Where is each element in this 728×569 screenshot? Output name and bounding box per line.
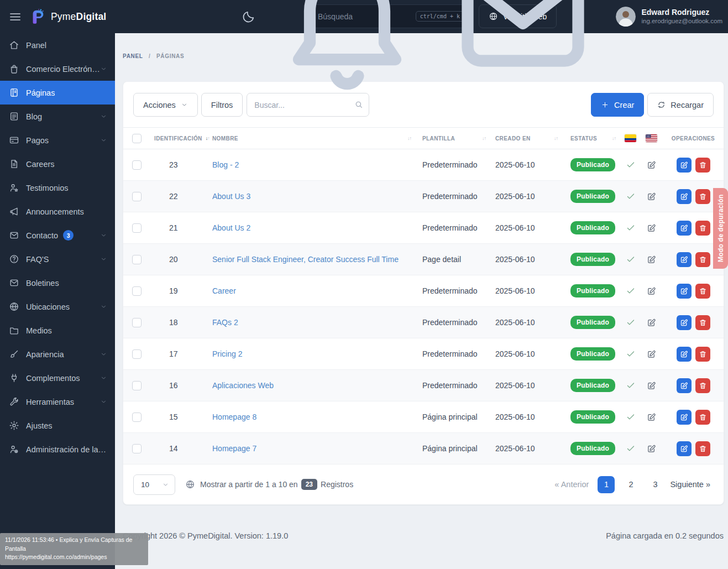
page-name-link[interactable]: Homepage 8 bbox=[212, 413, 256, 421]
sidebar-item-panel[interactable]: Panel bbox=[0, 33, 115, 57]
select-all-checkbox[interactable] bbox=[132, 134, 142, 143]
edit-button[interactable] bbox=[677, 378, 692, 393]
blog-icon bbox=[9, 111, 19, 122]
page-name-link[interactable]: Career bbox=[212, 286, 236, 295]
breadcrumb-panel-link[interactable]: Panel bbox=[123, 53, 143, 59]
row-checkbox[interactable] bbox=[132, 160, 142, 170]
header-plantilla[interactable]: Plantilla↓↑ bbox=[417, 135, 491, 142]
sidebar-item-testimonios[interactable]: Testimonios bbox=[0, 176, 115, 200]
header-nombre[interactable]: Nombre↓↑ bbox=[212, 135, 417, 142]
delete-button[interactable] bbox=[695, 410, 710, 425]
pagination-prev[interactable]: « Anterior bbox=[551, 476, 592, 493]
edit-button[interactable] bbox=[677, 315, 692, 330]
page-name-link[interactable]: About Us 3 bbox=[212, 192, 250, 201]
translate-edit-icon[interactable] bbox=[647, 381, 656, 390]
row-checkbox[interactable] bbox=[132, 349, 142, 359]
sidebar-item-contacto[interactable]: Contacto 3 bbox=[0, 223, 115, 247]
header-creado-en[interactable]: Creado en↓↑ bbox=[491, 135, 563, 142]
translate-edit-icon[interactable] bbox=[647, 444, 656, 453]
reload-button[interactable]: Recargar bbox=[647, 93, 714, 117]
menu-icon[interactable] bbox=[9, 11, 22, 23]
edit-button[interactable] bbox=[677, 284, 692, 299]
row-checkbox[interactable] bbox=[132, 286, 142, 296]
filters-button[interactable]: Filtros bbox=[201, 93, 243, 117]
row-checkbox[interactable] bbox=[132, 444, 142, 453]
per-page-select[interactable]: 10 bbox=[133, 474, 175, 495]
edit-button[interactable] bbox=[677, 410, 692, 425]
page-name-link[interactable]: Senior Full Stack Engineer, Creator Succ… bbox=[212, 255, 399, 264]
sidebar-item-boletines[interactable]: Boletines bbox=[0, 271, 115, 295]
pagination-page-2[interactable]: 2 bbox=[622, 476, 639, 493]
row-checkbox[interactable] bbox=[132, 255, 142, 264]
edit-button[interactable] bbox=[677, 441, 692, 456]
mail-icon bbox=[9, 230, 19, 241]
sidebar-item-announcements[interactable]: Announcements bbox=[0, 200, 115, 223]
row-checkbox[interactable] bbox=[132, 318, 142, 327]
translate-edit-icon[interactable] bbox=[647, 160, 656, 170]
header-identificacion[interactable]: Identificación↓↑ bbox=[150, 135, 212, 142]
table-row: 15 Homepage 8 Página principal 2025-06-1… bbox=[123, 401, 724, 433]
edit-button[interactable] bbox=[677, 158, 692, 173]
page-name-link[interactable]: FAQs 2 bbox=[212, 318, 238, 327]
brand-logo[interactable]: PymeDigital bbox=[30, 8, 106, 25]
sidebar-item-ajustes[interactable]: Ajustes bbox=[0, 414, 115, 437]
sidebar-item-herramientas[interactable]: Herramientas bbox=[0, 390, 115, 414]
user-menu[interactable]: Edward Rodriguez ing.erodriguez@outlook.… bbox=[641, 8, 724, 25]
page-name-link[interactable]: Homepage 7 bbox=[212, 444, 256, 453]
pagination-next[interactable]: Siguiente » bbox=[667, 476, 714, 493]
row-checkbox[interactable] bbox=[132, 413, 142, 422]
delete-button[interactable] bbox=[695, 315, 710, 330]
edit-button[interactable] bbox=[677, 221, 692, 236]
row-id: 18 bbox=[150, 318, 212, 327]
page-name-link[interactable]: About Us 2 bbox=[212, 223, 250, 232]
sidebar-item-complementos[interactable]: Complementos bbox=[0, 366, 115, 390]
header-estatus[interactable]: Estatus↓↑ bbox=[563, 135, 621, 142]
edit-button[interactable] bbox=[677, 189, 692, 204]
translate-edit-icon[interactable] bbox=[647, 286, 656, 296]
edit-button[interactable] bbox=[677, 347, 692, 362]
row-checkbox[interactable] bbox=[132, 192, 142, 201]
page-name-link[interactable]: Aplicaciones Web bbox=[212, 381, 274, 390]
row-checkbox[interactable] bbox=[132, 381, 142, 390]
sidebar-item-blog[interactable]: Blog bbox=[0, 105, 115, 128]
actions-dropdown-button[interactable]: Acciones bbox=[133, 93, 198, 117]
sidebar-item-faq-s[interactable]: FAQ'S bbox=[0, 247, 115, 271]
main-content: Panel / Páginas Acciones Filtros Crear bbox=[115, 33, 728, 569]
translate-edit-icon[interactable] bbox=[647, 413, 656, 422]
delete-button[interactable] bbox=[695, 189, 710, 204]
translate-edit-icon[interactable] bbox=[647, 223, 656, 233]
dark-mode-toggle[interactable] bbox=[242, 10, 255, 24]
avatar[interactable] bbox=[616, 7, 636, 27]
translate-edit-icon[interactable] bbox=[647, 349, 656, 359]
delete-button[interactable] bbox=[695, 221, 710, 236]
sidebar-item-medios[interactable]: Medios bbox=[0, 319, 115, 342]
status-badge: Publicado bbox=[570, 190, 615, 203]
translate-edit-icon[interactable] bbox=[647, 255, 656, 264]
delete-button[interactable] bbox=[695, 284, 710, 299]
delete-button[interactable] bbox=[695, 347, 710, 362]
sidebar-item-administracion-de-la-plat[interactable]: Administración de la plat... bbox=[0, 437, 115, 461]
page-name-link[interactable]: Blog - 2 bbox=[212, 160, 239, 169]
sidebar-item-paginas[interactable]: Páginas bbox=[0, 81, 115, 105]
page-name-link[interactable]: Pricing 2 bbox=[212, 349, 242, 358]
sidebar-item-apariencia[interactable]: Apariencia bbox=[0, 342, 115, 366]
pagination-page-3[interactable]: 3 bbox=[647, 476, 663, 493]
debug-mode-ribbon[interactable]: Modo de depuración bbox=[713, 188, 728, 269]
notifications-bell-icon[interactable] bbox=[264, 0, 430, 100]
edit-button[interactable] bbox=[677, 252, 692, 267]
sidebar-item-pagos[interactable]: Pagos bbox=[0, 128, 115, 152]
delete-button[interactable] bbox=[695, 158, 710, 173]
translate-edit-icon[interactable] bbox=[647, 318, 656, 327]
sidebar-item-careers[interactable]: Careers bbox=[0, 152, 115, 176]
delete-button[interactable] bbox=[695, 252, 710, 267]
sidebar-item-ubicaciones[interactable]: Ubicaciones bbox=[0, 295, 115, 319]
pagination-page-1[interactable]: 1 bbox=[598, 476, 615, 493]
row-checkbox[interactable] bbox=[132, 223, 142, 233]
delete-button[interactable] bbox=[695, 378, 710, 393]
status-badge: Publicado bbox=[570, 221, 615, 234]
translation-check-icon bbox=[626, 223, 636, 233]
delete-button[interactable] bbox=[695, 441, 710, 456]
sidebar-item-comercio-electronico[interactable]: Comercio Electrónico bbox=[0, 57, 115, 81]
messages-mail-icon[interactable] bbox=[440, 0, 606, 100]
translate-edit-icon[interactable] bbox=[647, 192, 656, 201]
